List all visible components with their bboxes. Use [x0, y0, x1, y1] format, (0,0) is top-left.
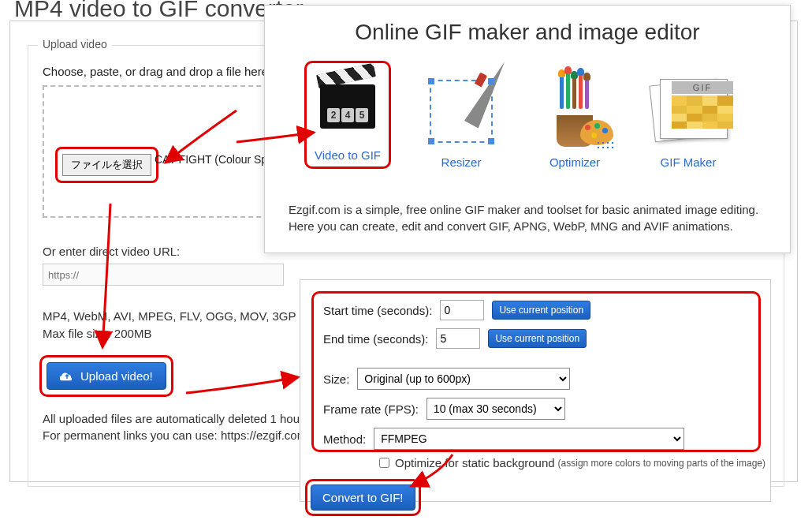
convert-options-highlight: Start time (seconds): Use current positi… [311, 291, 761, 452]
upload-button-highlight: Upload video! [39, 355, 173, 397]
clapboard-icon: 245 [311, 68, 384, 140]
tool-resizer[interactable]: Resizer [418, 75, 505, 169]
convert-to-gif-button-label: Convert to GIF! [322, 491, 404, 504]
upload-video-button-label: Upload video! [80, 369, 153, 383]
gif-maker-icon: GIF [652, 75, 724, 148]
method-label: Method: [323, 432, 366, 446]
selected-file-name: CAT FIGHT (Colour Sp [155, 153, 267, 166]
tool-video-to-gif-label: Video to GIF [315, 148, 381, 162]
tool-resizer-label: Resizer [441, 155, 482, 169]
end-time-label: End time (seconds): [323, 332, 428, 346]
file-choose-button[interactable]: ファイルを選択 [62, 154, 151, 176]
optimizer-icon [538, 75, 611, 148]
cloud-upload-icon [60, 370, 74, 383]
use-current-end-button[interactable]: Use current position [488, 329, 587, 348]
site-header-description: Ezgif.com is a simple, free online GIF m… [289, 201, 766, 234]
tool-gif-maker-label: GIF Maker [661, 155, 717, 169]
method-select[interactable]: FFMPEG [374, 428, 684, 450]
upload-legend: Upload video [38, 38, 112, 51]
page-title: MP4 video to GIF converter [14, 0, 304, 22]
optimize-static-label: Optimize for static background [395, 456, 555, 469]
optimize-static-hint: (assign more colors to moving parts of t… [558, 458, 765, 469]
url-input[interactable] [43, 264, 284, 286]
convert-button-highlight: Convert to GIF! [305, 479, 421, 516]
site-header-panel: Online GIF maker and image editor 245 Vi… [264, 5, 791, 253]
use-current-start-button[interactable]: Use current position [492, 301, 590, 320]
tools-row: 245 Video to GIF Resizer [304, 61, 732, 169]
size-label: Size: [323, 372, 349, 386]
convert-options-panel: Start time (seconds): Use current positi… [300, 279, 771, 502]
tool-optimizer[interactable]: Optimizer [531, 75, 618, 169]
fps-select[interactable]: 10 (max 30 seconds) [426, 398, 565, 420]
maxsize-line: Max file size: 200MB [43, 327, 151, 340]
tool-video-to-gif[interactable]: 245 Video to GIF [304, 61, 391, 169]
file-choose-highlight: ファイルを選択 [55, 147, 158, 183]
fps-label: Frame rate (FPS): [323, 402, 419, 416]
tool-gif-maker[interactable]: GIF GIF Maker [645, 75, 732, 169]
resizer-icon [425, 75, 497, 148]
end-time-input[interactable] [436, 328, 480, 349]
start-time-input[interactable] [440, 300, 484, 320]
start-time-label: Start time (seconds): [323, 304, 432, 317]
upload-video-button[interactable]: Upload video! [47, 362, 166, 390]
tool-optimizer-label: Optimizer [549, 155, 600, 169]
optimize-static-checkbox[interactable] [379, 458, 389, 468]
url-label: Or enter direct video URL: [43, 245, 180, 258]
upload-instruction: Choose, paste, or drag and drop a file h… [43, 65, 271, 78]
site-header-title: Online GIF maker and image editor [265, 20, 790, 45]
size-select[interactable]: Original (up to 600px) [357, 368, 570, 390]
convert-to-gif-button[interactable]: Convert to GIF! [311, 484, 415, 511]
